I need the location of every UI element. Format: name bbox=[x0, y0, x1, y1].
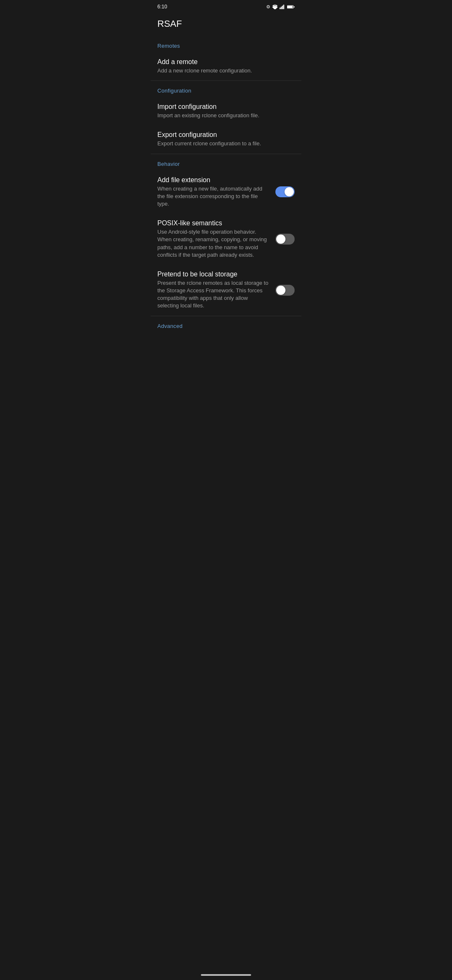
section-header-behavior: Behavior bbox=[151, 154, 301, 170]
section-header-configuration: Configuration bbox=[151, 81, 301, 97]
posix-semantics-subtitle: Use Android-style file operation behavio… bbox=[157, 228, 270, 259]
wifi-icon bbox=[272, 5, 278, 9]
section-behavior: Behavior Add file extension When creatin… bbox=[151, 154, 301, 316]
pretend-local-storage-text: Pretend to be local storage Present the … bbox=[157, 271, 275, 310]
pretend-local-storage-toggle-thumb bbox=[276, 286, 285, 295]
pretend-local-storage-item[interactable]: Pretend to be local storage Present the … bbox=[151, 265, 301, 316]
svg-rect-1 bbox=[281, 6, 282, 9]
svg-rect-0 bbox=[280, 8, 280, 9]
section-advanced: Advanced bbox=[151, 316, 301, 333]
add-remote-text: Add a remote Add a new rclone remote con… bbox=[157, 58, 295, 75]
add-file-extension-toggle[interactable] bbox=[275, 186, 295, 197]
posix-semantics-toggle-thumb bbox=[276, 235, 285, 244]
posix-semantics-item[interactable]: POSIX-like semantics Use Android-style f… bbox=[151, 214, 301, 265]
export-configuration-title: Export configuration bbox=[157, 131, 290, 139]
svg-rect-6 bbox=[288, 5, 293, 8]
section-header-remotes: Remotes bbox=[151, 36, 301, 52]
add-file-extension-text: Add file extension When creating a new f… bbox=[157, 176, 275, 208]
import-configuration-subtitle: Import an existing rclone configuration … bbox=[157, 112, 290, 119]
add-file-extension-subtitle: When creating a new file, automatically … bbox=[157, 185, 270, 208]
pretend-local-storage-subtitle: Present the rclone remotes as local stor… bbox=[157, 279, 270, 310]
posix-semantics-toggle[interactable] bbox=[275, 234, 295, 245]
section-configuration: Configuration Import configuration Impor… bbox=[151, 81, 301, 154]
posix-semantics-text: POSIX-like semantics Use Android-style f… bbox=[157, 219, 275, 259]
add-file-extension-item[interactable]: Add file extension When creating a new f… bbox=[151, 170, 301, 214]
import-configuration-item[interactable]: Import configuration Import an existing … bbox=[151, 97, 301, 125]
status-icons: ⚙ bbox=[266, 4, 295, 10]
add-remote-title: Add a remote bbox=[157, 58, 290, 66]
settings-status-icon: ⚙ bbox=[266, 4, 270, 10]
battery-icon bbox=[287, 5, 295, 9]
add-remote-subtitle: Add a new rclone remote configuration. bbox=[157, 67, 290, 75]
status-bar: 6:10 ⚙ bbox=[151, 0, 301, 12]
export-configuration-subtitle: Export current rclone configuration to a… bbox=[157, 140, 290, 147]
app-title: RSAF bbox=[151, 12, 301, 33]
svg-rect-7 bbox=[294, 6, 295, 7]
pretend-local-storage-title: Pretend to be local storage bbox=[157, 271, 270, 278]
svg-rect-3 bbox=[283, 5, 284, 9]
export-configuration-item[interactable]: Export configuration Export current rclo… bbox=[151, 125, 301, 153]
add-file-extension-title: Add file extension bbox=[157, 176, 270, 184]
posix-semantics-title: POSIX-like semantics bbox=[157, 219, 270, 227]
pretend-local-storage-toggle[interactable] bbox=[275, 285, 295, 296]
export-configuration-text: Export configuration Export current rclo… bbox=[157, 131, 295, 147]
status-time: 6:10 bbox=[157, 4, 167, 10]
section-remotes: Remotes Add a remote Add a new rclone re… bbox=[151, 36, 301, 81]
signal-icon bbox=[280, 5, 285, 9]
import-configuration-title: Import configuration bbox=[157, 103, 290, 111]
section-header-advanced: Advanced bbox=[151, 316, 301, 333]
add-remote-item[interactable]: Add a remote Add a new rclone remote con… bbox=[151, 52, 301, 80]
import-configuration-text: Import configuration Import an existing … bbox=[157, 103, 295, 119]
svg-rect-2 bbox=[282, 5, 283, 9]
